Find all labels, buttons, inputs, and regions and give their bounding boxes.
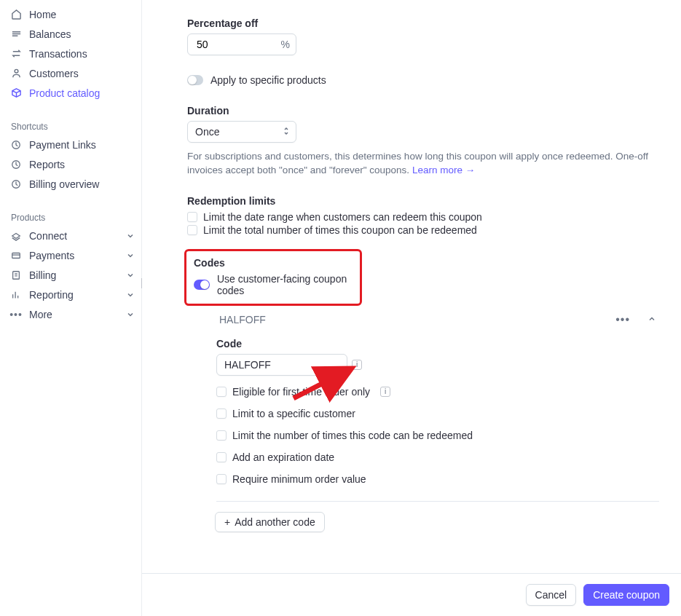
arrow-right-icon: → (465, 165, 476, 175)
redemption-total-times-row[interactable]: Limit the total number of times this cou… (187, 224, 661, 236)
clock-icon (10, 178, 22, 190)
promo-code-header[interactable]: HALFOFF ••• (215, 310, 661, 329)
duration-select[interactable]: Once (187, 121, 296, 143)
code-expiration-date-row[interactable]: Add an expiration date (216, 451, 659, 463)
nav-connect[interactable]: Connect (0, 226, 141, 245)
nav-customers[interactable]: Customers (0, 63, 141, 83)
svg-point-0 (15, 69, 18, 73)
percentage-off-input[interactable] (195, 38, 281, 51)
checkbox-label: Eligible for first-time order only (232, 386, 370, 398)
more-icon: ••• (10, 309, 22, 320)
create-coupon-button[interactable]: Create coupon (583, 584, 669, 606)
nav-balances[interactable]: Balances (0, 24, 141, 44)
code-limit-redemptions-row[interactable]: Limit the number of times this code can … (216, 430, 659, 441)
chevron-down-icon (127, 309, 134, 320)
section-shortcuts: Shortcuts (0, 103, 141, 135)
promo-code-input[interactable] (216, 354, 347, 376)
duration-label: Duration (187, 105, 661, 117)
codes-label: Codes (194, 257, 353, 269)
code-first-time-only-row[interactable]: Eligible for first-time order only i (216, 386, 659, 398)
checkbox-label: Add an expiration date (232, 451, 334, 463)
nav-label: Reports (29, 159, 134, 170)
promo-code-body: Code i Eligible for first-time order onl… (215, 329, 661, 502)
promo-code-name: HALFOFF (219, 314, 615, 325)
shortcut-payment-links[interactable]: Payment Links (0, 135, 141, 154)
apply-specific-products-toggle[interactable] (187, 75, 203, 85)
checkbox-label: Limit to a specific customer (232, 408, 355, 419)
nav-label: Balances (29, 28, 134, 40)
checkbox[interactable] (216, 430, 227, 441)
checkbox-label: Require minimum order value (232, 473, 366, 485)
product-catalog-icon (10, 87, 22, 99)
svg-rect-5 (13, 271, 20, 279)
payments-icon (10, 250, 22, 261)
checkbox[interactable] (187, 225, 197, 235)
checkbox-label: Limit the date range when customers can … (203, 211, 482, 223)
nav-label: Transactions (29, 48, 134, 60)
nav-product-catalog[interactable]: Product catalog (0, 83, 141, 103)
nav-label: Home (29, 9, 134, 20)
redemption-limits-label: Redemption limits (187, 195, 661, 207)
transactions-icon (10, 48, 22, 60)
balances-icon (10, 28, 22, 40)
checkbox-label: Limit the total number of times this cou… (203, 224, 477, 236)
nav-reporting[interactable]: Reporting (0, 285, 141, 304)
chevron-down-icon (127, 289, 134, 301)
promo-code-item: HALFOFF ••• Code i (215, 310, 661, 502)
select-caret-icon (283, 126, 290, 138)
nav-billing[interactable]: Billing (0, 265, 141, 285)
code-field-label: Code (216, 338, 659, 350)
nav-label: Customers (29, 68, 134, 79)
chevron-up-icon[interactable] (647, 314, 656, 325)
checkbox[interactable] (216, 474, 227, 484)
nav-label: Payments (29, 250, 119, 261)
duration-value: Once (195, 126, 219, 138)
nav-home[interactable]: Home (0, 4, 141, 24)
percentage-off-input-wrap[interactable]: % (187, 33, 296, 55)
cancel-button[interactable]: Cancel (526, 584, 577, 606)
clock-icon (10, 139, 22, 151)
info-icon[interactable]: i (380, 387, 390, 397)
connect-icon (10, 230, 22, 242)
billing-icon (10, 269, 22, 281)
info-icon[interactable]: i (352, 360, 362, 370)
nav-label: Payment Links (29, 139, 134, 151)
home-icon (10, 9, 22, 20)
nav-label: Reporting (29, 289, 119, 301)
apply-specific-products-label: Apply to specific products (210, 74, 326, 86)
redemption-date-range-row[interactable]: Limit the date range when customers can … (187, 211, 661, 223)
plus-icon: + (224, 516, 230, 528)
nav-more[interactable]: ••• More (0, 304, 141, 324)
footer: Cancel Create coupon (142, 573, 681, 616)
sidebar: Home Balances Transactions Customers Pro… (0, 0, 142, 616)
shortcut-billing-overview[interactable]: Billing overview (0, 174, 141, 194)
reporting-icon (10, 289, 22, 301)
nav-label: Billing overview (29, 178, 134, 190)
main-content: Percentage off % Apply to specific produ… (142, 0, 681, 616)
apply-specific-products-row: Apply to specific products (187, 74, 661, 86)
nav-payments[interactable]: Payments (0, 245, 141, 265)
checkbox[interactable] (187, 212, 197, 222)
nav-transactions[interactable]: Transactions (0, 44, 141, 63)
checkbox[interactable] (216, 387, 227, 397)
checkbox[interactable] (216, 452, 227, 462)
add-another-code-button[interactable]: + Add another code (215, 512, 325, 532)
percentage-off-label: Percentage off (187, 17, 661, 29)
code-min-order-value-row[interactable]: Require minimum order value (216, 473, 659, 485)
chevron-down-icon (127, 250, 134, 261)
svg-rect-4 (12, 253, 20, 258)
shortcut-reports[interactable]: Reports (0, 154, 141, 174)
checkbox[interactable] (216, 408, 227, 419)
customer-facing-codes-row: Use customer-facing coupon codes (194, 273, 353, 296)
nav-label: More (29, 309, 119, 320)
chevron-down-icon (127, 230, 134, 242)
checkbox-label: Limit the number of times this code can … (232, 430, 473, 441)
duration-help-text: For subscriptions and customers, this de… (187, 150, 661, 178)
code-specific-customer-row[interactable]: Limit to a specific customer (216, 408, 659, 419)
customer-facing-codes-toggle[interactable] (194, 280, 210, 290)
nav-label: Product catalog (29, 87, 134, 99)
more-options-icon[interactable]: ••• (615, 313, 630, 326)
customer-facing-codes-label: Use customer-facing coupon codes (217, 273, 353, 296)
learn-more-link[interactable]: Learn more → (412, 165, 475, 175)
chevron-down-icon (127, 269, 134, 281)
